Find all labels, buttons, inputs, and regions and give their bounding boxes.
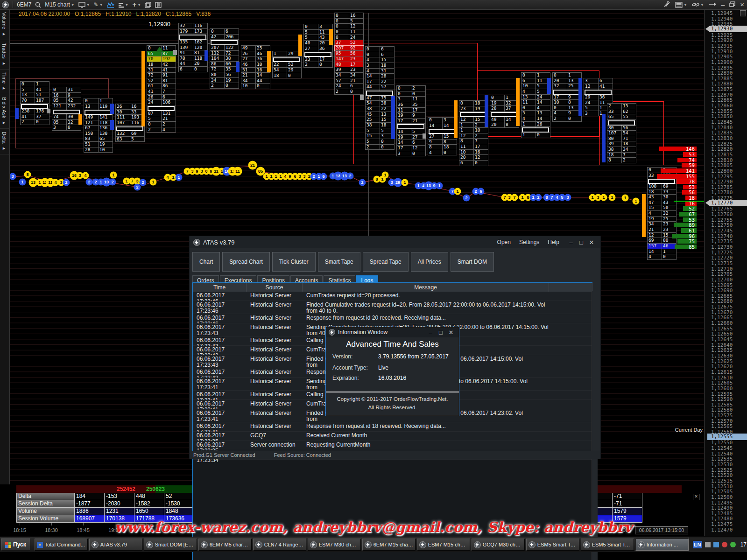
view-button-chart[interactable]: Chart bbox=[192, 252, 220, 272]
footprint-cluster[interactable]: 0116587701921842314172915281618641726624… bbox=[147, 45, 176, 133]
footprint-cluster[interactable]: 2616303311119310711613269635 bbox=[115, 104, 145, 142]
footprint-cluster[interactable]: 01541135170187238176413720 bbox=[20, 81, 49, 125]
view-button-all-prices[interactable]: All Prices bbox=[411, 252, 448, 272]
footprint-cluster[interactable]: 32116179173135162139120918178118442060 bbox=[178, 23, 208, 72]
taskbar-button[interactable]: CLN7 4 RangeZ... bbox=[253, 539, 306, 551]
footprint-cluster[interactable]: 0642206207122132721043886607235805634192… bbox=[210, 28, 239, 89]
column-header-source[interactable]: Source bbox=[247, 283, 303, 292]
tray-icon[interactable] bbox=[713, 542, 719, 547]
search-icon[interactable] bbox=[35, 0, 41, 9]
table-cell[interactable]: -1582 bbox=[134, 500, 164, 508]
footprint-cluster[interactable]: 03116985421212327430853230 bbox=[52, 87, 81, 131]
sidebar-tab-volume[interactable]: Volume ▸ bbox=[0, 9, 9, 40]
table-cell[interactable]: 1579 bbox=[613, 508, 642, 515]
table-cell[interactable]: -1877 bbox=[75, 500, 105, 508]
dialog-titlebar[interactable]: ATAS v3.79 Open Settings Help – □ ✕ bbox=[190, 236, 600, 248]
columns-view-button[interactable] bbox=[155, 0, 162, 9]
footprint-cluster[interactable]: 2153362655580561075480713918383418782 bbox=[607, 103, 636, 163]
language-indicator[interactable]: EN bbox=[693, 541, 702, 548]
table-cell[interactable]: -71 bbox=[613, 500, 642, 508]
maximize-button[interactable]: □ bbox=[436, 329, 446, 336]
log-row[interactable]: 06.06.2017 17:23:35GCQ7Received Current … bbox=[193, 432, 592, 441]
taskbar-button[interactable]: ESM5 Smart Tape bbox=[581, 539, 634, 551]
taskbar-button[interactable]: ESM7 M15 char... bbox=[417, 539, 470, 551]
footprint-cluster[interactable]: 02003113635111719917211451927146171230 bbox=[396, 85, 426, 156]
taskbar-button[interactable]: Information ... bbox=[635, 539, 689, 551]
view-button-spread-tape[interactable]: Spread Tape bbox=[363, 252, 409, 272]
sidebar-tab-trades[interactable]: Trades ▸ bbox=[0, 40, 9, 70]
table-cell[interactable]: 184 bbox=[75, 493, 105, 500]
layout-monitor-button[interactable]: ▼ bbox=[78, 0, 90, 9]
add-button[interactable]: +▼ bbox=[132, 0, 141, 9]
window-list-button[interactable]: ▼ bbox=[675, 2, 687, 8]
tray-icon[interactable] bbox=[730, 542, 736, 547]
log-table-header[interactable]: Time Source Message bbox=[193, 283, 592, 292]
view-button-tick-cluster[interactable]: Tick Cluster bbox=[272, 252, 316, 272]
footprint-cluster[interactable]: 0351154340202736231720 bbox=[303, 24, 333, 68]
view-button-smart-tape[interactable]: Smart Tape bbox=[318, 252, 360, 272]
view-button-smart-dom[interactable]: Smart DOM bbox=[451, 252, 494, 272]
taskbar-button[interactable]: 6EM7 M5 chart ... bbox=[198, 539, 252, 551]
table-cell[interactable]: -71 bbox=[613, 493, 642, 500]
start-button[interactable]: Пуск bbox=[1, 539, 30, 551]
info-titlebar[interactable]: Information Window – □ ✕ bbox=[326, 327, 459, 337]
table-cell[interactable]: 168907 bbox=[75, 515, 105, 523]
footprint-cluster[interactable]: 0161110545132411140451341412610 bbox=[521, 72, 550, 138]
taskbar-button[interactable]: GCQ7 M30 char... bbox=[472, 539, 525, 551]
table-cell[interactable]: 1886 bbox=[75, 508, 105, 515]
taskbar-button[interactable]: 6EM7 M15 char... bbox=[362, 539, 416, 551]
taskbar-button[interactable]: ATAS v3.79 bbox=[89, 539, 142, 551]
log-row[interactable]: 06.06.2017 17:23:46Historical ServerFind… bbox=[193, 301, 592, 314]
view-button-spread-chart[interactable]: Spread Chart bbox=[222, 252, 269, 272]
log-row[interactable]: 06.06.2017 17:23:35Server connectionRequ… bbox=[193, 441, 592, 450]
scale-settings-icon[interactable] bbox=[740, 10, 746, 16]
close-button[interactable]: ✕ bbox=[586, 239, 597, 246]
footprint-cluster[interactable]: 4925264627764610511621143444100 bbox=[241, 45, 270, 89]
log-row[interactable]: 06.06.2017 17:23:46Historical ServerCumT… bbox=[193, 292, 592, 301]
footprint-cluster[interactable]: 12922525429180 bbox=[272, 51, 302, 78]
menu-help[interactable]: Help bbox=[548, 239, 559, 245]
tray-icon[interactable] bbox=[722, 542, 727, 547]
duplicate-window-button[interactable] bbox=[145, 0, 151, 9]
close-button[interactable]: ✕ bbox=[446, 329, 456, 336]
taskbar-button[interactable]: »Total Command... bbox=[35, 539, 88, 551]
table-cell[interactable]: -1530 bbox=[164, 500, 194, 508]
price-scale[interactable]: 1,129451,129401,129351,129301,129251,129… bbox=[704, 9, 747, 536]
panel-close-icon[interactable]: ✕ bbox=[693, 494, 699, 500]
footprint-cluster[interactable]: 03141427159881840 bbox=[428, 117, 457, 155]
minimize-button[interactable]: – bbox=[721, 2, 725, 7]
pin-icon[interactable] bbox=[709, 1, 716, 8]
table-cell[interactable]: 52 bbox=[164, 493, 194, 500]
table-cell[interactable]: 1231 bbox=[105, 508, 134, 515]
footprint-cluster[interactable]: 01823191215121101228711171016201260 bbox=[459, 100, 488, 166]
restore-button[interactable] bbox=[729, 1, 735, 8]
table-cell[interactable]: 1848 bbox=[164, 508, 194, 515]
taskbar-button[interactable]: ESM5 Smart Tape bbox=[526, 539, 579, 551]
indicators-button[interactable]: ▼ bbox=[118, 0, 129, 9]
footprint-cluster[interactable]: 0606415318431142817224457477554383822451… bbox=[365, 46, 395, 150]
sidebar-tab-delta[interactable]: Delta ▸ bbox=[0, 129, 9, 154]
sidebar-tab-time[interactable]: Time ▸ bbox=[0, 70, 9, 94]
table-cell[interactable]: -153 bbox=[105, 493, 134, 500]
period-selector[interactable]: M15 chart▼ bbox=[45, 0, 74, 9]
footprint-cluster[interactable]: 0160501201102437522079295561472348173923… bbox=[334, 13, 364, 95]
footprint-cluster[interactable]: 0113119149141121118671361501308365511928… bbox=[84, 98, 113, 153]
draw-pencil-button[interactable]: ✎▼ bbox=[94, 0, 103, 9]
link-windows-button[interactable]: ▼ bbox=[692, 2, 704, 7]
table-cell[interactable]: 1650 bbox=[134, 508, 164, 515]
column-header-time[interactable]: Time bbox=[193, 283, 247, 292]
symbol-selector[interactable]: 6EM7 bbox=[17, 0, 31, 9]
table-cell[interactable]: 448 bbox=[134, 493, 164, 500]
taskbar-button[interactable]: ESM7 M30 char... bbox=[308, 539, 361, 551]
footprint-cluster[interactable]: 01193228374914208 bbox=[490, 95, 519, 128]
chart-type-button[interactable] bbox=[107, 0, 114, 9]
sidebar-tab-bidxask[interactable]: Bid x Ask ▸ bbox=[0, 94, 9, 129]
clock[interactable]: 17:26 bbox=[740, 541, 747, 548]
column-header-message[interactable]: Message bbox=[303, 283, 549, 292]
close-button[interactable]: × bbox=[740, 2, 744, 7]
menu-open[interactable]: Open bbox=[497, 239, 511, 245]
table-cell[interactable]: -2030 bbox=[105, 500, 134, 508]
taskbar-button[interactable]: Smart DOM [ES... bbox=[144, 539, 197, 551]
log-row[interactable]: 06.06.2017 17:23:41Historical ServerResp… bbox=[193, 422, 592, 432]
maximize-button[interactable]: □ bbox=[576, 239, 586, 246]
